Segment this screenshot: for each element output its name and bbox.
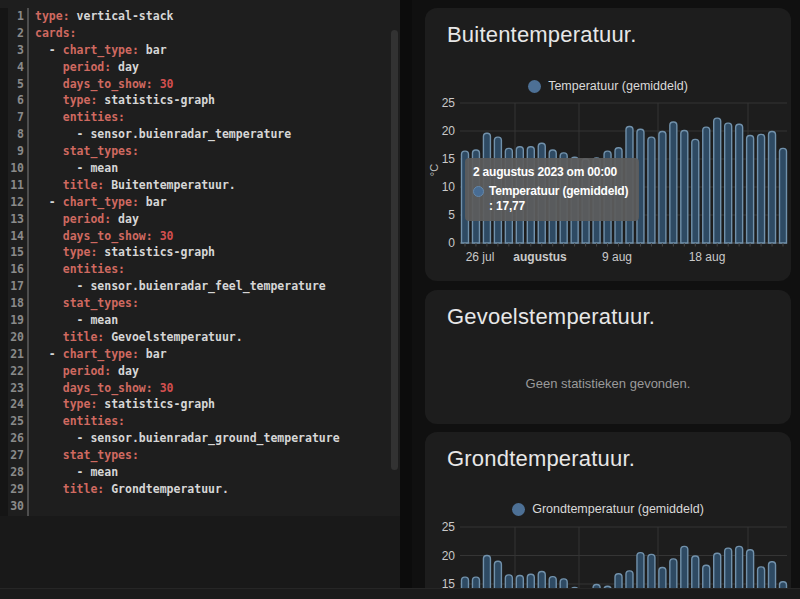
line-number: 24 xyxy=(8,396,24,413)
code-line[interactable]: entities: xyxy=(35,413,400,430)
line-number: 3 xyxy=(8,42,24,59)
y-axis-tick-label: 20 xyxy=(442,549,456,563)
code-line[interactable]: - chart_type: bar xyxy=(35,42,400,59)
x-axis-tick-label: augustus xyxy=(513,250,567,264)
legend-dot-icon xyxy=(512,503,525,516)
line-number: 26 xyxy=(8,430,24,447)
yaml-editor-panel: 1234567891011121314151617181920212223242… xyxy=(0,0,400,599)
code-line[interactable]: period: day xyxy=(35,59,400,76)
code-line[interactable]: days_to_show: 30 xyxy=(35,380,400,397)
bar[interactable] xyxy=(714,118,721,243)
tooltip-date: 2 augustus 2023 om 00:00 xyxy=(473,165,631,179)
x-axis-tick-label: 26 jul xyxy=(466,250,495,264)
code-line[interactable]: type: statistics-graph xyxy=(35,92,400,109)
bar[interactable] xyxy=(769,132,776,243)
legend-dot-icon xyxy=(528,80,541,93)
bar[interactable] xyxy=(670,122,677,243)
code-line[interactable]: - mean xyxy=(35,464,400,481)
line-number: 8 xyxy=(8,126,24,143)
y-axis-tick-label: 5 xyxy=(448,208,455,222)
code-line[interactable]: entities: xyxy=(35,109,400,126)
bar[interactable] xyxy=(648,137,655,243)
line-number: 18 xyxy=(8,295,24,312)
bar[interactable] xyxy=(779,148,786,243)
code-line[interactable]: period: day xyxy=(35,363,400,380)
no-statistics-message: Geen statistieken gevonden. xyxy=(425,376,791,391)
line-number: 9 xyxy=(8,143,24,160)
card-title: Gevoelstemperatuur. xyxy=(425,290,791,330)
chart-tooltip: 2 augustus 2023 om 00:00 Temperatuur (ge… xyxy=(465,158,639,221)
code-line[interactable]: cards: xyxy=(35,25,400,42)
code-line[interactable]: stat_types: xyxy=(35,295,400,312)
bar[interactable] xyxy=(692,139,699,243)
line-number: 21 xyxy=(8,346,24,363)
code-line[interactable]: type: statistics-graph xyxy=(35,244,400,261)
code-line[interactable]: entities: xyxy=(35,261,400,278)
y-axis-tick-label: 0 xyxy=(448,236,455,250)
card-title: Buitentemperatuur. xyxy=(425,8,791,48)
code-line[interactable]: - chart_type: bar xyxy=(35,346,400,363)
bar[interactable] xyxy=(758,134,765,243)
editor-scrollbar[interactable] xyxy=(391,30,398,470)
code-line[interactable]: - sensor.buienradar_ground_temperature xyxy=(35,430,400,447)
code-line[interactable]: type: vertical-stack xyxy=(35,8,400,25)
code-line[interactable]: - mean xyxy=(35,160,400,177)
y-axis-tick-label: 15 xyxy=(442,152,456,166)
chart-legend[interactable]: Temperatuur (gemiddeld) xyxy=(425,79,791,93)
line-number: 4 xyxy=(8,59,24,76)
code-line[interactable]: type: statistics-graph xyxy=(35,396,400,413)
yaml-editor[interactable]: 1234567891011121314151617181920212223242… xyxy=(0,0,400,516)
code-line[interactable]: - chart_type: bar xyxy=(35,194,400,211)
card-gevoelstemperatuur: Gevoelstemperatuur. Geen statistieken ge… xyxy=(425,290,791,424)
code-line[interactable]: - mean xyxy=(35,312,400,329)
line-number: 25 xyxy=(8,413,24,430)
code-line[interactable]: title: Gevoelstemperatuur. xyxy=(35,329,400,346)
line-number: 17 xyxy=(8,278,24,295)
line-number: 23 xyxy=(8,380,24,397)
line-number: 27 xyxy=(8,447,24,464)
code-line[interactable]: - sensor.buienradar_temperature xyxy=(35,126,400,143)
chart-legend[interactable]: Grondtemperatuur (gemiddeld) xyxy=(425,502,791,516)
ha-yaml-card-editor: 1234567891011121314151617181920212223242… xyxy=(0,0,800,599)
legend-label: Temperatuur (gemiddeld) xyxy=(548,79,688,93)
code-line[interactable]: title: Grondtemperatuur. xyxy=(35,481,400,498)
bar[interactable] xyxy=(725,123,732,243)
editor-gutter: 1234567891011121314151617181920212223242… xyxy=(8,8,27,516)
tooltip-value: : 17,77 xyxy=(489,199,631,213)
code-line[interactable]: stat_types: xyxy=(35,143,400,160)
line-number: 22 xyxy=(8,363,24,380)
line-number: 28 xyxy=(8,464,24,481)
bar[interactable] xyxy=(681,130,688,243)
code-line[interactable]: period: day xyxy=(35,211,400,228)
panel-divider xyxy=(400,0,412,599)
bar[interactable] xyxy=(736,124,743,243)
x-axis-tick-label: 18 aug xyxy=(689,250,726,264)
line-number: 5 xyxy=(8,76,24,93)
code-line[interactable] xyxy=(35,498,400,515)
bar[interactable] xyxy=(747,135,754,243)
bottom-strip xyxy=(0,588,800,599)
card-preview-panel: Buitentemperatuur. Temperatuur (gemiddel… xyxy=(412,0,800,599)
editor-code[interactable]: type: vertical-stackcards: - chart_type:… xyxy=(27,8,400,516)
line-number: 29 xyxy=(8,481,24,498)
line-number: 14 xyxy=(8,228,24,245)
editor-fold-strip xyxy=(0,8,8,516)
y-axis-tick-label: 20 xyxy=(442,124,456,138)
code-line[interactable]: stat_types: xyxy=(35,447,400,464)
bar[interactable] xyxy=(703,127,710,243)
line-number: 13 xyxy=(8,211,24,228)
legend-label: Grondtemperatuur (gemiddeld) xyxy=(532,502,704,516)
line-number: 12 xyxy=(8,194,24,211)
line-number: 11 xyxy=(8,177,24,194)
x-axis-tick-label: 9 aug xyxy=(602,250,632,264)
code-line[interactable]: days_to_show: 30 xyxy=(35,76,400,93)
tooltip-series-dot-icon xyxy=(473,186,484,197)
card-buitentemperatuur: Buitentemperatuur. Temperatuur (gemiddel… xyxy=(425,8,791,281)
code-line[interactable]: title: Buitentemperatuur. xyxy=(35,177,400,194)
line-number: 30 xyxy=(8,498,24,515)
code-line[interactable]: days_to_show: 30 xyxy=(35,228,400,245)
y-axis-tick-label: 10 xyxy=(442,180,456,194)
bar[interactable] xyxy=(659,132,666,243)
line-number: 20 xyxy=(8,329,24,346)
code-line[interactable]: - sensor.buienradar_feel_temperature xyxy=(35,278,400,295)
